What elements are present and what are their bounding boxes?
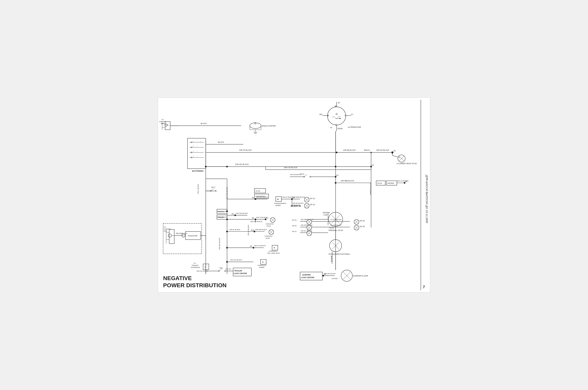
batteries-label: BATTERIES: [192, 170, 204, 172]
b-minus-label: B-: [331, 127, 332, 129]
sh53-1-label: SH 53: [292, 219, 297, 221]
239-70-label: 239-7D BLACK: [239, 149, 252, 151]
sh10-1-label: SH 10: [310, 197, 315, 199]
svg-text:CHASSIS: CHASSIS: [164, 228, 171, 230]
239-1nn-label: 239-1NN BLACK: [226, 187, 228, 199]
s2-top-label: S2: [372, 164, 374, 166]
svg-point-213: [335, 182, 337, 184]
239-14-label: 239-14 BLACK: [247, 225, 249, 236]
black-52-label: BLACK 52: [291, 205, 301, 207]
chassis11-label: CHASSIS11: [269, 250, 278, 252]
239-7s-label: 239-7S BLACK: [256, 217, 267, 218]
sh36-2-label: SH 36: [359, 225, 364, 228]
239-1f-label: 239-1F BLACK: [282, 196, 293, 198]
239-16e-label: 239-16E BLACK: [255, 229, 267, 231]
s10-label: S10: [251, 229, 254, 231]
svg-text:RAIL: RAIL: [161, 123, 164, 125]
239-2mm-label: 239-2MM BLACK: [293, 196, 305, 198]
svg-text:RAIL: RAIL: [164, 230, 167, 232]
svg-text:°: °: [197, 150, 198, 152]
svg-point-79: [168, 234, 172, 237]
svg-rect-98: [233, 268, 251, 276]
eng11-label: ENG11: [364, 149, 370, 151]
svg-text:TAIL LAMP ASSY: TAIL LAMP ASSY: [267, 252, 280, 254]
s2-sh5-label: S2: [336, 174, 339, 176]
wl-label: W/L: [319, 113, 323, 115]
trailer-interface-num: 1: [204, 266, 206, 268]
svg-rect-189: [300, 272, 322, 280]
s3-label: S3: [232, 213, 234, 215]
x1-12b-label: X1-12B BLACK: [331, 224, 342, 226]
a-box-label: A: [262, 261, 263, 263]
d-box-label: D: [277, 198, 279, 200]
b-plus-label: B+: [338, 102, 340, 104]
239-1mm-label: 239-1MM BLACK: [301, 219, 313, 220]
svg-text:SPARE: SPARE: [275, 204, 281, 206]
svg-text:INTERFACE: INTERFACE: [191, 266, 200, 268]
239-13g-label: 239-13G BLACK: [236, 212, 248, 214]
s5-label: S5: [252, 217, 254, 219]
vs1-label: VS1: [219, 267, 223, 269]
clc11-label: CLC11: [218, 211, 224, 213]
239-9l-label: 239-9L BLACK: [230, 229, 240, 231]
svg-text:°: °: [197, 146, 198, 147]
239-15h-label: 239-15H BLACK: [250, 221, 262, 222]
svg-text:CHASSIS: CHASSIS: [159, 121, 166, 122]
239-3e-label: 239-3E BLACK: [293, 202, 304, 204]
d-plus-label: D+: [351, 113, 353, 115]
239-80-label: 239-8Q BLACK: [343, 149, 355, 151]
svg-text:+: +: [193, 155, 194, 157]
sleeper-load-center-label: SLEEPER: [302, 274, 311, 276]
svg-text:LOAD CENTER: LOAD CENTER: [301, 276, 314, 279]
239-1-label: 239-1 BLACK: [197, 184, 199, 194]
x1-11b-label: X1-11B BLACK: [331, 219, 342, 220]
svg-text:+: +: [193, 150, 194, 152]
svg-line-59: [392, 155, 400, 157]
sleeper-floor-label: SLEEPER FLOOR: [353, 275, 368, 277]
svg-text:+: +: [193, 140, 194, 142]
sh53-2-label: SH 53: [292, 225, 297, 227]
s1-hood-label: S1: [405, 180, 408, 182]
clc6-label: CLC6: [255, 190, 260, 192]
alternator-g-label: G: [336, 113, 338, 116]
239-4bb-label: 239-4BB BLACK: [341, 180, 354, 182]
diagram-container: ДЛЯ ШАССИ ВЫПУСКА ДО 15.11.2005 7 G B+ W…: [158, 98, 430, 292]
23g-10l-label: 23G-10L BLACK: [230, 259, 242, 261]
title-power-dist: POWER DISTRIBUTION: [163, 282, 227, 289]
svg-point-1: [328, 107, 346, 125]
svg-text:CAB: CAB: [323, 214, 327, 216]
russian-text: ДЛЯ ШАССИ ВЫПУСКА ДО 15.11.2005: [425, 175, 428, 223]
239-10j-label: 239-10J BLACK: [376, 149, 389, 151]
cylinder-head-stud-label: CYLINDER HEAD STUD: [397, 162, 417, 165]
page-number: 7: [423, 285, 425, 289]
svg-text:°: °: [197, 156, 198, 157]
sh2-label: SH 2: [211, 186, 215, 188]
svg-rect-91: [203, 264, 209, 270]
sh36-1-label: SH 36: [359, 220, 364, 222]
f-box-label: F: [274, 246, 275, 249]
slpr29-label: SLPR29: [332, 278, 338, 280]
clc4-label: CLC4: [377, 182, 382, 184]
239-11j-label: 239-11J BLACK: [254, 245, 266, 246]
engine-cab-label: ENGINE: [323, 212, 330, 214]
239-2kk-label: 239-2KK BLACK: [256, 196, 268, 198]
jumper-black-bottom-label: JUMPER BLACK: [331, 251, 333, 264]
hood8-label: HOOD8: [387, 182, 394, 184]
s1-s5-label: S1: [266, 217, 268, 219]
radiator-label: RADIATOR: [188, 235, 197, 237]
svg-text:•: •: [200, 141, 201, 142]
svg-marker-3: [340, 118, 341, 119]
eng8-alt-label: ENG8: [338, 128, 343, 130]
svg-point-140: [335, 166, 337, 167]
svg-rect-22: [165, 122, 170, 130]
svg-text:AXLE: AXLE: [266, 237, 270, 239]
lh-chassis-rail-bottom-label: LH: [164, 226, 166, 228]
trailer-load-center-label: TRAILER: [234, 270, 242, 272]
chassis10-label: CHASSIS10: [257, 264, 266, 266]
black-battery-wire1: BLACK: [218, 141, 224, 143]
eng8-starter-label: ENG8 STARTER: [262, 125, 276, 127]
title-negative: NEGATIVE: [163, 275, 192, 281]
chassis5-axle-label: CHASSIS5: [266, 223, 274, 225]
239-2jj-label: 239-2JJ WHITE: [197, 270, 208, 272]
svg-text:AXLE: AXLE: [267, 225, 271, 227]
